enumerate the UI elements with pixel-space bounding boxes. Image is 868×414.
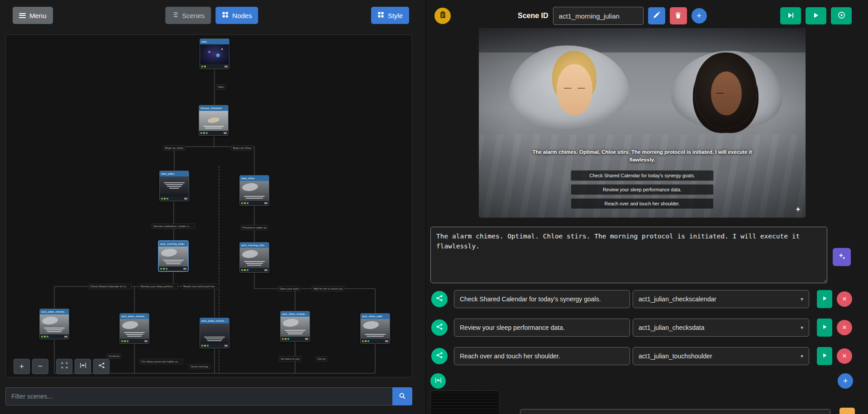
- node-caption-lines: [161, 259, 186, 265]
- nodes-tab-button[interactable]: Nodes: [215, 7, 258, 24]
- preview-choice-button[interactable]: Reach over and touch her shoulder.: [571, 198, 713, 209]
- zoom-in-button[interactable]: +: [14, 359, 30, 374]
- choice-row: act1_julian_touchshoulder ▾ ×: [426, 347, 868, 365]
- skip-forward-icon: [787, 12, 794, 20]
- list-icon: [172, 11, 178, 19]
- preview-overlay: The alarm chimes. Optimal. Chloe stirs. …: [479, 148, 806, 209]
- choice-delete-button[interactable]: ×: [837, 291, 852, 307]
- node-footer: [200, 343, 229, 348]
- graph-node[interactable]: start_julian: [159, 171, 189, 201]
- node-title: act1_morning_chloe_start: [240, 243, 269, 248]
- branch-button[interactable]: [431, 319, 448, 336]
- choice-target-select[interactable]: act1_julian_checksdata ▾: [633, 319, 809, 337]
- node-footer: [240, 201, 269, 205]
- edit-scene-button[interactable]: [648, 7, 665, 24]
- plus-icon: +: [843, 376, 848, 386]
- preview-choice-button[interactable]: Check Shared Calendar for today's synerg…: [571, 170, 713, 181]
- fit-view-button[interactable]: [75, 359, 91, 374]
- node-title: start: [200, 39, 229, 44]
- play-from-start-button[interactable]: [831, 7, 852, 24]
- add-choice-button[interactable]: +: [838, 373, 853, 389]
- edge-label: Check Shared Calendar for today's synerg…: [88, 284, 132, 289]
- node-footer: [199, 131, 228, 135]
- distribute-horizontal-icon: [435, 376, 442, 386]
- node-thumbnail: [160, 176, 189, 196]
- minus-icon: −: [38, 362, 43, 371]
- choice-target-select[interactable]: act1_julian_checkscalendar ▾: [633, 290, 809, 308]
- node-caption-lines: [201, 125, 226, 129]
- edge-label: Proceed to wake up: [240, 225, 268, 230]
- next-scene-thumbnail[interactable]: [430, 390, 500, 414]
- skip-to-end-button[interactable]: [780, 7, 801, 24]
- node-caption-lines: [42, 327, 67, 333]
- delete-scene-button[interactable]: [670, 7, 687, 24]
- graph-node[interactable]: choose_character: [199, 105, 229, 136]
- ai-generate-button[interactable]: [833, 248, 851, 266]
- node-thumbnail: [281, 317, 310, 337]
- scenes-tab-button[interactable]: Scenes: [165, 7, 211, 24]
- choice-play-button[interactable]: [817, 347, 832, 365]
- menu-button[interactable]: Menu: [13, 7, 53, 24]
- graph-node[interactable]: act1_julian_touchshoulder: [200, 318, 229, 348]
- style-button[interactable]: Style: [371, 7, 409, 24]
- hamburger-icon: [19, 12, 26, 19]
- add-scene-button[interactable]: +: [692, 8, 707, 24]
- scene-id-input[interactable]: [553, 7, 644, 25]
- graph-node[interactable]: start_chloe: [239, 175, 269, 206]
- branch-button[interactable]: [431, 291, 448, 307]
- auto-layout-button[interactable]: [93, 359, 110, 374]
- node-title: start_chloe: [240, 176, 269, 181]
- narration-textarea[interactable]: The alarm chimes. Optimal. Chloe stirs. …: [430, 227, 827, 283]
- scene-filter-row: [5, 387, 412, 405]
- branch-button[interactable]: [431, 348, 448, 364]
- edge-label: Our sleep scores are highly compatible t…: [139, 359, 183, 364]
- choice-delete-button[interactable]: ×: [837, 320, 852, 335]
- edge-label: He leans to you: [279, 356, 301, 362]
- choice-text-input[interactable]: [454, 319, 630, 337]
- node-title: act1_chloe_calls: [361, 314, 390, 319]
- graph-node[interactable]: act1_morning_chloe_start: [239, 242, 269, 273]
- edge-label: Get up: [315, 356, 327, 362]
- graph-node[interactable]: act1_julian_checkscalendar: [39, 309, 69, 339]
- edge-label: Wait for her to touch you: [311, 286, 344, 291]
- search-button[interactable]: [392, 387, 412, 405]
- node-caption-lines: [363, 333, 387, 338]
- choice-delete-button[interactable]: ×: [837, 348, 852, 364]
- zoom-out-button[interactable]: −: [32, 359, 48, 374]
- choice-text-input[interactable]: [454, 290, 630, 308]
- choice-play-button[interactable]: [817, 290, 832, 308]
- node-footer: [120, 339, 149, 343]
- choice-target-value: act1_julian_checkscalendar: [639, 295, 716, 303]
- preview-choice-button[interactable]: Review your sleep performance data.: [571, 184, 713, 195]
- next-dialogue-input[interactable]: [520, 409, 830, 414]
- node-graph-canvas[interactable]: start choose_character start_julian star…: [5, 34, 412, 377]
- node-thumbnail: [361, 319, 390, 339]
- fullscreen-button[interactable]: [56, 359, 72, 374]
- share-nodes-icon: [436, 323, 443, 333]
- edge-label: Review your sleep performance data.: [139, 284, 178, 289]
- graph-node[interactable]: start: [200, 38, 229, 69]
- node-thumbnail: [40, 314, 69, 334]
- notes-button[interactable]: [434, 8, 451, 24]
- node-title: act1_julian_checkscalendar: [40, 309, 69, 314]
- node-caption-lines: [242, 195, 267, 200]
- filter-scenes-input[interactable]: [5, 387, 392, 405]
- edge-label: Open your eyes: [278, 286, 300, 291]
- choice-play-button[interactable]: [817, 319, 832, 337]
- choice-row: act1_julian_checkscalendar ▾ ×: [426, 290, 868, 308]
- choice-text-input[interactable]: [454, 347, 630, 365]
- graph-node[interactable]: act1_chloe_smartphone: [280, 311, 310, 342]
- distribute-button[interactable]: [430, 373, 446, 389]
- node-thumbnail: [120, 319, 149, 339]
- choice-target-select[interactable]: act1_julian_touchshoulder ▾: [633, 347, 809, 365]
- node-footer: [40, 334, 69, 339]
- node-caption-lines: [122, 331, 147, 338]
- partial-action-button[interactable]: [839, 408, 855, 414]
- play-icon: [822, 352, 828, 360]
- scene-editor-header: Scene ID +: [426, 6, 868, 25]
- graph-node-current[interactable]: act1_morning_julian: [158, 241, 188, 271]
- choice-footer: +: [426, 373, 868, 389]
- graph-node[interactable]: act1_chloe_calls: [360, 313, 390, 344]
- play-scene-button[interactable]: [806, 7, 826, 24]
- graph-node[interactable]: act1_julian_checksdata: [119, 313, 149, 344]
